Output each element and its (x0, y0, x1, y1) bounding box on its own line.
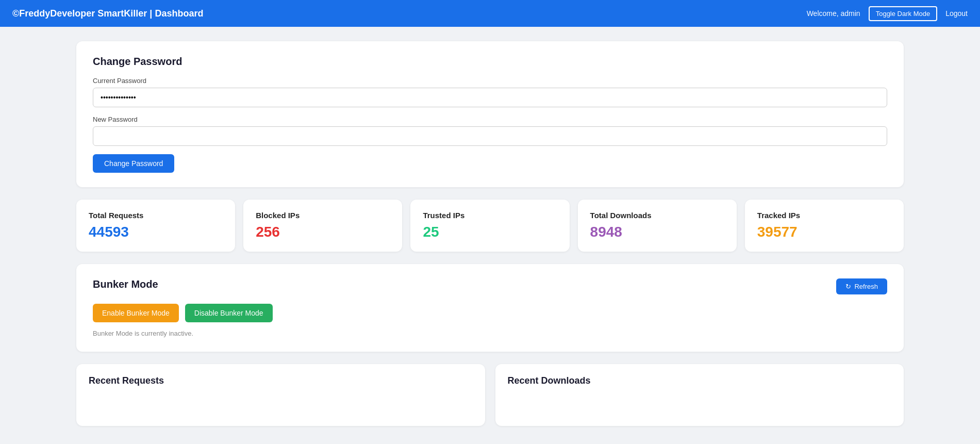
toggle-dark-mode-button[interactable]: Toggle Dark Mode (869, 6, 938, 21)
stat-card-1: Blocked IPs256 (243, 200, 402, 252)
recent-downloads-card: Recent Downloads (495, 364, 904, 426)
recent-requests-card: Recent Requests (76, 364, 485, 426)
stat-label-1: Blocked IPs (256, 211, 390, 220)
main-content: Change Password Current Password New Pas… (0, 27, 980, 440)
refresh-icon: ↻ (845, 283, 851, 290)
stat-value-2: 25 (423, 224, 557, 240)
bunker-buttons: Enable Bunker Mode Disable Bunker Mode (93, 304, 887, 322)
header: ©FreddyDeveloper SmartKiller | Dashboard… (0, 0, 980, 27)
new-password-input[interactable] (93, 126, 887, 146)
stat-card-2: Trusted IPs25 (410, 200, 569, 252)
welcome-text: Welcome, admin (807, 9, 860, 18)
stat-value-4: 39577 (757, 224, 891, 240)
app-title: ©FreddyDeveloper SmartKiller | Dashboard (12, 8, 203, 19)
stat-value-1: 256 (256, 224, 390, 240)
change-password-title: Change Password (93, 56, 887, 68)
current-password-label: Current Password (93, 77, 887, 85)
logout-button[interactable]: Logout (945, 9, 968, 18)
bunker-mode-title: Bunker Mode (93, 278, 158, 290)
stat-label-3: Total Downloads (590, 211, 724, 220)
stats-grid: Total Requests44593Blocked IPs256Trusted… (76, 200, 904, 252)
change-password-card: Change Password Current Password New Pas… (76, 41, 904, 187)
disable-bunker-mode-button[interactable]: Disable Bunker Mode (185, 304, 273, 322)
stat-value-3: 8948 (590, 224, 724, 240)
refresh-label: Refresh (854, 283, 878, 290)
stat-label-4: Tracked IPs (757, 211, 891, 220)
bunker-mode-card: Bunker Mode ↻ Refresh Enable Bunker Mode… (76, 264, 904, 352)
bunker-header: Bunker Mode ↻ Refresh (93, 278, 887, 294)
current-password-input[interactable] (93, 88, 887, 107)
stat-card-4: Tracked IPs39577 (745, 200, 904, 252)
change-password-button[interactable]: Change Password (93, 154, 174, 173)
stat-card-0: Total Requests44593 (76, 200, 235, 252)
new-password-label: New Password (93, 116, 887, 123)
header-right: Welcome, admin Toggle Dark Mode Logout (807, 6, 968, 21)
recent-grid: Recent Requests Recent Downloads (76, 364, 904, 426)
stat-card-3: Total Downloads8948 (578, 200, 737, 252)
stat-label-2: Trusted IPs (423, 211, 557, 220)
stat-value-0: 44593 (89, 224, 223, 240)
stat-label-0: Total Requests (89, 211, 223, 220)
recent-downloads-title: Recent Downloads (508, 375, 892, 386)
recent-requests-title: Recent Requests (89, 375, 473, 386)
bunker-status-text: Bunker Mode is currently inactive. (93, 330, 887, 337)
enable-bunker-mode-button[interactable]: Enable Bunker Mode (93, 304, 179, 322)
refresh-button[interactable]: ↻ Refresh (836, 278, 887, 294)
